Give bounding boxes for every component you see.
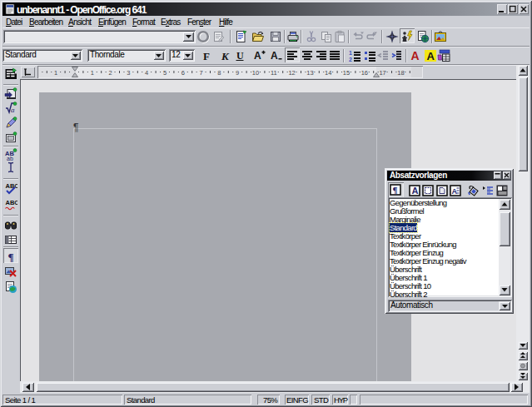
svg-text:6: 6: [181, 69, 185, 77]
svg-text:15: 15: [343, 69, 350, 77]
svg-text:ABC: ABC: [6, 199, 18, 206]
svg-text:1: 1: [54, 69, 57, 77]
svg-text:9: 9: [236, 69, 239, 77]
svg-text:7: 7: [200, 69, 203, 77]
svg-text:13: 13: [306, 69, 313, 77]
svg-text:K: K: [221, 50, 230, 62]
svg-text:A: A: [411, 49, 420, 62]
svg-text:3: 3: [127, 69, 130, 77]
svg-text:5: 5: [163, 69, 167, 77]
svg-text:U: U: [236, 50, 244, 62]
svg-text:a: a: [11, 106, 15, 114]
svg-text:18: 18: [397, 69, 404, 77]
svg-text:2: 2: [349, 57, 352, 62]
svg-text:A: A: [411, 186, 418, 196]
svg-text:A: A: [271, 50, 278, 62]
svg-text:A: A: [254, 50, 261, 62]
svg-text:F: F: [203, 50, 210, 62]
svg-text:12: 12: [288, 69, 295, 77]
svg-text:2: 2: [109, 69, 112, 77]
svg-text:A: A: [451, 187, 457, 196]
svg-text:16: 16: [361, 69, 368, 77]
svg-text:A: A: [427, 50, 435, 62]
svg-text:10: 10: [252, 69, 259, 77]
svg-text:¶: ¶: [393, 185, 398, 195]
svg-text:1: 1: [349, 50, 352, 56]
svg-text:11: 11: [271, 69, 277, 77]
svg-text:ABC: ABC: [6, 182, 18, 190]
svg-text:1: 1: [91, 69, 94, 77]
svg-text:4: 4: [145, 69, 148, 77]
svg-text:8: 8: [217, 69, 221, 77]
svg-text:14: 14: [325, 69, 331, 77]
svg-text:¶: ¶: [8, 251, 14, 263]
svg-text:17: 17: [379, 69, 385, 77]
